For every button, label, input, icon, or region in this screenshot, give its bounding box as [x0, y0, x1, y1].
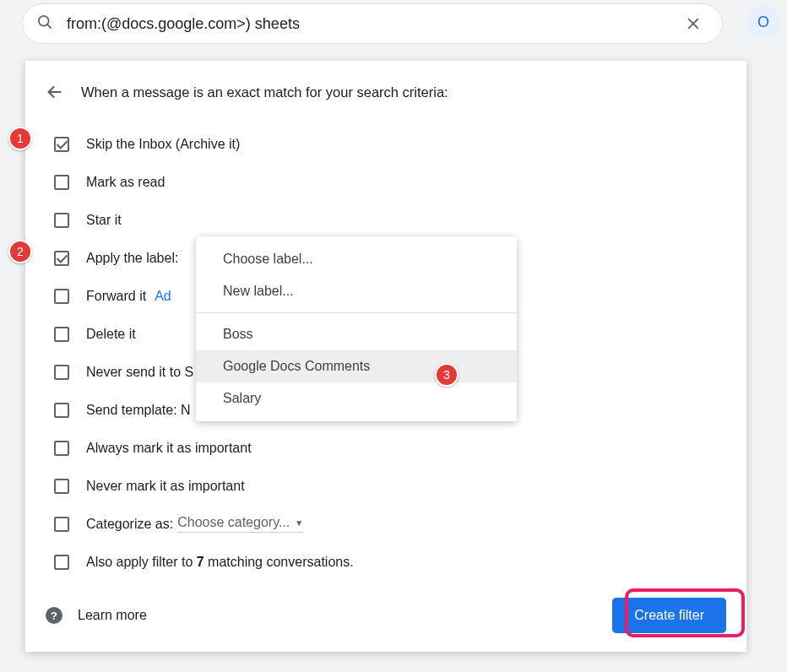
checkbox-skip-inbox[interactable]: [54, 137, 69, 152]
dropdown-new-label[interactable]: New label...: [196, 275, 517, 307]
row-also-apply[interactable]: Also apply filter to 7 matching conversa…: [46, 543, 726, 581]
label-mark-read: Mark as read: [86, 175, 165, 190]
dropdown-item-salary[interactable]: Salary: [196, 382, 517, 415]
row-categorize-as[interactable]: Categorize as: Choose category... ▼: [46, 505, 726, 543]
checkbox-star-it[interactable]: [54, 213, 69, 228]
label-apply-label: Apply the label:: [86, 251, 178, 266]
row-never-important[interactable]: Never mark it as important: [46, 467, 726, 505]
panel-header-text: When a message is an exact match for you…: [81, 84, 448, 100]
add-forwarding-link[interactable]: Ad: [155, 289, 171, 304]
panel-header: When a message is an exact match for you…: [46, 83, 726, 101]
panel-footer: ? Learn more Create filter: [46, 598, 726, 633]
checkbox-categorize-as[interactable]: [54, 517, 69, 532]
label-star-it: Star it: [86, 213, 122, 228]
label-never-important: Never mark it as important: [86, 479, 245, 494]
checkbox-never-important[interactable]: [54, 479, 69, 494]
search-icon: [36, 14, 53, 34]
label-never-spam: Never send it to S: [86, 365, 193, 380]
clear-search-button[interactable]: [678, 8, 708, 39]
label-categorize-as: Categorize as:: [86, 517, 173, 532]
checkbox-delete-it[interactable]: [54, 327, 69, 342]
row-skip-inbox[interactable]: Skip the Inbox (Archive it): [46, 125, 726, 163]
search-query[interactable]: from:(@docs.google.com>) sheets: [67, 15, 678, 33]
checkbox-mark-read[interactable]: [54, 175, 69, 190]
label-skip-inbox: Skip the Inbox (Archive it): [86, 137, 240, 152]
back-button[interactable]: [46, 83, 64, 101]
row-always-important[interactable]: Always mark it as important: [46, 429, 726, 467]
checkbox-send-template[interactable]: [54, 403, 69, 418]
label-send-template: Send template: N: [86, 403, 191, 418]
dropdown-divider: [196, 312, 517, 313]
annotation-1: 1: [8, 127, 32, 150]
checkbox-apply-label[interactable]: [54, 251, 69, 266]
help-icon: ?: [46, 607, 62, 624]
row-mark-read[interactable]: Mark as read: [46, 163, 726, 201]
label-dropdown-menu: Choose label... New label... Boss Google…: [196, 236, 517, 421]
avatar[interactable]: O: [746, 5, 780, 39]
arrow-left-icon: [46, 83, 64, 101]
checkbox-always-important[interactable]: [54, 441, 69, 456]
dropdown-choose-label[interactable]: Choose label...: [196, 243, 517, 275]
caret-down-icon: ▼: [295, 518, 303, 528]
avatar-initial: O: [757, 14, 769, 31]
label-delete-it: Delete it: [86, 327, 136, 342]
close-icon: [685, 15, 702, 32]
dropdown-item-google-docs-comments[interactable]: Google Docs Comments: [196, 350, 517, 382]
annotation-2: 2: [8, 240, 32, 263]
search-bar[interactable]: from:(@docs.google.com>) sheets: [22, 3, 723, 44]
checkbox-also-apply[interactable]: [54, 555, 69, 570]
svg-point-0: [39, 16, 49, 26]
learn-more-text: Learn more: [78, 608, 147, 623]
row-star-it[interactable]: Star it: [46, 201, 726, 239]
label-always-important: Always mark it as important: [86, 441, 252, 456]
annotation-3: 3: [435, 363, 459, 387]
category-select[interactable]: Choose category... ▼: [177, 515, 303, 533]
label-also-apply: Also apply filter to 7 matching conversa…: [86, 555, 354, 570]
checkbox-never-spam[interactable]: [54, 365, 69, 380]
learn-more-link[interactable]: ? Learn more: [46, 607, 147, 624]
svg-line-1: [47, 24, 51, 28]
category-placeholder: Choose category...: [177, 515, 290, 530]
create-filter-button[interactable]: Create filter: [612, 598, 726, 633]
label-forward-it: Forward it: [86, 289, 146, 304]
dropdown-item-boss[interactable]: Boss: [196, 318, 517, 350]
checkbox-forward-it[interactable]: [54, 289, 69, 304]
